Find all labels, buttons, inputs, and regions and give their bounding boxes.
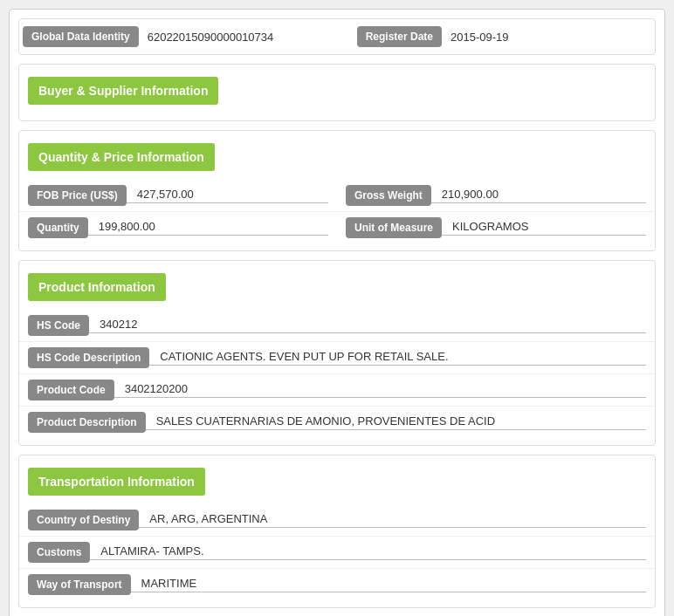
page-container: Global Data Identity 6202201509000001073… — [9, 9, 665, 616]
customs-value: ALTAMIRA- TAMPS. — [90, 544, 646, 560]
product-desc-value: SALES CUATERNARIAS DE AMONIO, PROVENIENT… — [146, 414, 646, 430]
quantity-label: Quantity — [28, 217, 88, 238]
gross-weight-value: 210,900.00 — [431, 188, 646, 203]
quantity-price-header: Quantity & Price Information — [28, 143, 215, 171]
global-data-value: 62022015090000010734 — [148, 31, 348, 44]
global-data-label: Global Data Identity — [23, 26, 139, 47]
product-desc-label: Product Description — [28, 412, 146, 433]
hs-code-value: 340212 — [89, 318, 646, 333]
product-code-value: 3402120200 — [114, 382, 646, 398]
unit-of-measure-value: KILOGRAMOS — [442, 220, 646, 236]
fob-price-value: 427,570.00 — [127, 188, 328, 203]
way-of-transport-row: Way of Transport MARITIME — [19, 569, 655, 600]
fob-gross-row: FOB Price (US$) 427,570.00 Gross Weight … — [19, 180, 655, 212]
gross-weight-pair: Gross Weight 210,900.00 — [346, 185, 646, 206]
way-of-transport-value: MARITIME — [131, 577, 646, 592]
product-desc-row: Product Description SALES CUATERNARIAS D… — [19, 407, 655, 438]
product-section: Product Information HS Code 340212 HS Co… — [18, 260, 656, 446]
hs-code-desc-label: HS Code Description — [28, 347, 149, 368]
buyer-supplier-body: Buyer & Supplier Information — [19, 65, 655, 120]
country-destiny-value: AR, ARG, ARGENTINA — [139, 512, 646, 528]
fob-price-label: FOB Price (US$) — [28, 185, 127, 206]
transportation-section: Transportation Information Country of De… — [18, 455, 656, 608]
product-code-label: Product Code — [28, 380, 114, 400]
register-date-value: 2015-09-19 — [450, 31, 651, 44]
hs-code-row: HS Code 340212 — [19, 310, 655, 342]
buyer-supplier-header: Buyer & Supplier Information — [28, 77, 218, 105]
hs-code-desc-row: HS Code Description CATIONIC AGENTS. EVE… — [19, 342, 655, 374]
customs-label: Customs — [28, 542, 90, 563]
unit-of-measure-label: Unit of Measure — [346, 217, 442, 238]
product-code-row: Product Code 3402120200 — [19, 374, 655, 407]
unit-of-measure-pair: Unit of Measure KILOGRAMOS — [346, 217, 646, 238]
quantity-unit-row: Quantity 199,800.00 Unit of Measure KILO… — [19, 212, 655, 243]
product-body: Product Information HS Code 340212 HS Co… — [19, 261, 655, 445]
way-of-transport-label: Way of Transport — [28, 574, 131, 595]
customs-row: Customs ALTAMIRA- TAMPS. — [19, 537, 655, 569]
transportation-header: Transportation Information — [28, 468, 205, 496]
quantity-value: 199,800.00 — [88, 220, 328, 236]
quantity-price-section: Quantity & Price Information FOB Price (… — [18, 130, 656, 251]
gross-weight-label: Gross Weight — [346, 185, 431, 206]
buyer-supplier-section: Buyer & Supplier Information — [18, 64, 656, 121]
quantity-price-body: Quantity & Price Information FOB Price (… — [19, 131, 655, 250]
transportation-body: Transportation Information Country of De… — [19, 455, 655, 607]
country-destiny-label: Country of Destiny — [28, 510, 139, 530]
product-header: Product Information — [28, 273, 166, 301]
global-data-row: Global Data Identity 6202201509000001073… — [18, 18, 656, 55]
hs-code-label: HS Code — [28, 315, 89, 336]
country-destiny-row: Country of Destiny AR, ARG, ARGENTINA — [19, 504, 655, 537]
fob-price-pair: FOB Price (US$) 427,570.00 — [28, 185, 328, 206]
hs-code-desc-value: CATIONIC AGENTS. EVEN PUT UP FOR RETAIL … — [149, 350, 646, 366]
register-date-label: Register Date — [357, 26, 442, 47]
quantity-pair: Quantity 199,800.00 — [28, 217, 328, 238]
